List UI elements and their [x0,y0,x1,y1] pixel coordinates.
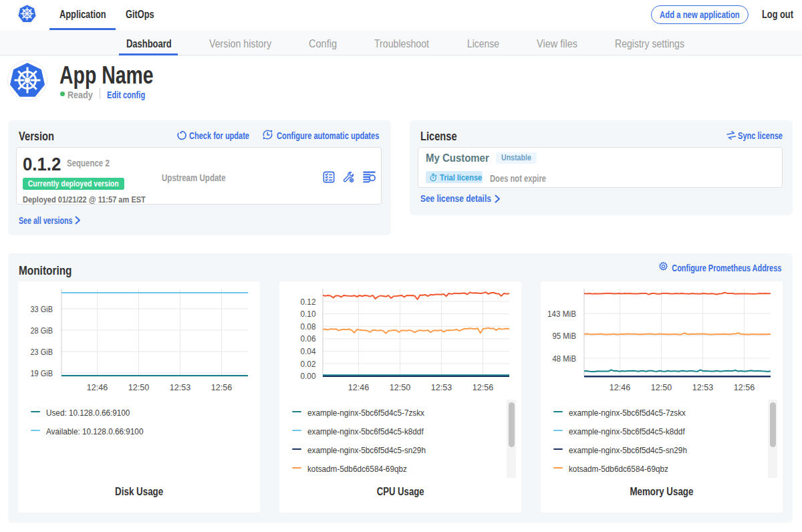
svg-text:23 GiB: 23 GiB [31,347,53,357]
svg-text:28 GiB: 28 GiB [31,325,53,336]
svg-text:12:46: 12:46 [610,382,631,392]
svg-text:12:50: 12:50 [128,382,150,392]
svg-text:12:50: 12:50 [651,382,672,392]
svg-text:12:50: 12:50 [390,382,411,392]
svg-text:12:46: 12:46 [87,382,108,392]
svg-text:12:56: 12:56 [473,382,494,392]
svg-text:12:53: 12:53 [170,382,191,392]
svg-text:0.02: 0.02 [301,359,316,369]
svg-text:12:56: 12:56 [734,382,755,392]
svg-text:95 MiB: 95 MiB [553,331,577,341]
svg-text:0.00: 0.00 [301,371,316,381]
svg-text:12:53: 12:53 [692,382,714,392]
svg-text:0.06: 0.06 [301,334,316,344]
svg-text:143 MiB: 143 MiB [547,309,576,319]
svg-text:0.08: 0.08 [301,321,316,331]
svg-text:12:46: 12:46 [348,382,370,392]
svg-text:12:56: 12:56 [211,382,233,392]
svg-text:19 GiB: 19 GiB [31,368,53,378]
svg-text:0.10: 0.10 [301,309,316,319]
svg-text:0.12: 0.12 [301,297,316,307]
svg-text:12:53: 12:53 [431,382,452,392]
svg-text:0.04: 0.04 [301,346,316,356]
svg-text:33 GiB: 33 GiB [31,304,53,314]
svg-text:48 MiB: 48 MiB [553,354,577,364]
